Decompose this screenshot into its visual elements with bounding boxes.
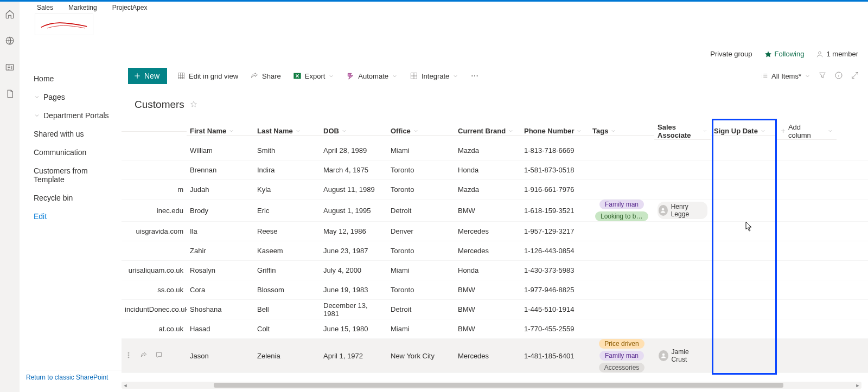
person-chip[interactable]: Henry Legge bbox=[658, 202, 707, 219]
nav-home[interactable]: Home bbox=[30, 69, 117, 88]
breadcrumb-item[interactable]: Marketing bbox=[68, 4, 97, 11]
row-comment-icon[interactable] bbox=[155, 351, 163, 361]
col-label: First Name bbox=[190, 127, 226, 135]
nav-communication[interactable]: Communication bbox=[30, 143, 117, 162]
cell-current-brand: Mercedes bbox=[455, 247, 521, 255]
cell-office: Miami bbox=[387, 325, 455, 333]
column-header-phone-number[interactable]: Phone Number bbox=[521, 127, 589, 136]
svg-point-7 bbox=[474, 75, 475, 76]
chevron-down-icon bbox=[508, 128, 514, 134]
column-header-sales-associate[interactable]: Sales Associate bbox=[654, 123, 711, 140]
cell-current-brand: Mercedes bbox=[455, 227, 521, 235]
cell-phone-number: 1-916-661-7976 bbox=[521, 185, 589, 194]
table-row[interactable]: JasonZeleniaApril 1, 1972New York CityMe… bbox=[122, 339, 868, 373]
chevron-down-icon bbox=[452, 73, 458, 79]
table-row[interactable]: inciduntDonec.co.ukShoshanaBellDecember … bbox=[122, 300, 868, 319]
avatar-icon bbox=[659, 350, 668, 361]
mouse-cursor bbox=[745, 221, 753, 232]
cell-phone-number: 1-581-873-0518 bbox=[521, 166, 589, 174]
table-row[interactable]: inec.eduBrodyEricAugust 1, 1995DetroitBM… bbox=[122, 200, 868, 222]
expand-button[interactable] bbox=[851, 71, 859, 81]
cell-last-name: Bell bbox=[254, 305, 320, 313]
nav-customers-from-template[interactable]: Customers from Template bbox=[30, 162, 117, 189]
automate-button[interactable]: Automate bbox=[344, 69, 400, 82]
filter-button[interactable] bbox=[818, 71, 827, 81]
share-icon bbox=[250, 72, 259, 80]
cell-phone-number: 1-957-129-3217 bbox=[521, 227, 589, 235]
cell-current-brand: BMW bbox=[455, 207, 521, 215]
return-classic-link[interactable]: Return to classic SharePoint bbox=[26, 370, 122, 381]
scroll-left-arrow[interactable]: ◄ bbox=[122, 382, 129, 389]
cell-first-name: Zahir bbox=[187, 247, 254, 255]
new-button[interactable]: New bbox=[128, 68, 167, 84]
more-commands-button[interactable] bbox=[468, 69, 481, 82]
info-button[interactable] bbox=[834, 71, 843, 81]
edit-in-grid-button[interactable]: Edit in grid view bbox=[175, 69, 240, 82]
table-row[interactable]: ZahirKaseemJune 23, 1987TorontoMercedes1… bbox=[122, 241, 868, 261]
cell-dob: December 13, 1981 bbox=[320, 301, 387, 318]
cell-current-brand: Honda bbox=[455, 166, 521, 174]
column-header-first-name[interactable]: First Name bbox=[187, 127, 254, 136]
integrate-button[interactable]: Integrate bbox=[407, 69, 461, 82]
row-share-icon[interactable] bbox=[140, 351, 148, 361]
column-header-tags[interactable]: Tags bbox=[589, 127, 654, 136]
nav-recycle-bin[interactable]: Recycle bin bbox=[30, 189, 117, 207]
site-logo[interactable] bbox=[35, 14, 93, 35]
file-icon[interactable] bbox=[5, 89, 15, 100]
export-button[interactable]: Export bbox=[291, 69, 337, 82]
cell-last-name: Reese bbox=[254, 227, 320, 235]
view-switcher[interactable]: All Items* bbox=[761, 72, 810, 80]
nav-shared-with-us[interactable]: Shared with us bbox=[30, 125, 117, 143]
following-label: Following bbox=[775, 50, 805, 58]
site-header: Sales Marketing ProjectApex bbox=[20, 2, 868, 40]
column-header-sign-up-date[interactable]: Sign Up Date bbox=[711, 127, 777, 136]
share-button[interactable]: Share bbox=[248, 69, 283, 82]
cell-tags: Family manLooking to buy s... bbox=[589, 200, 654, 221]
column-header-current-brand[interactable]: Current Brand bbox=[455, 127, 521, 136]
home-icon[interactable] bbox=[5, 9, 15, 21]
nav-department-portals[interactable]: Department Portals bbox=[30, 106, 117, 125]
nav-pages[interactable]: Pages bbox=[30, 88, 117, 106]
column-header-last-name[interactable]: Last Name bbox=[254, 127, 320, 136]
cell-dob: March 4, 1975 bbox=[320, 166, 387, 174]
col-label: Last Name bbox=[257, 127, 293, 135]
private-group-label: Private group bbox=[710, 50, 752, 58]
table-row[interactable]: at.co.ukHasadColtJune 15, 1980MiamiBMW1-… bbox=[122, 319, 868, 339]
cell-first-name: Jason bbox=[187, 352, 254, 360]
table-row[interactable]: mJudahKylaAugust 11, 1989TorontoMazda1-9… bbox=[122, 180, 868, 200]
cell-office: Toronto bbox=[387, 185, 455, 194]
export-label: Export bbox=[305, 72, 326, 80]
cell-phone-number: 1-770-455-2559 bbox=[521, 325, 589, 333]
svg-point-14 bbox=[662, 354, 665, 356]
cell-last-name: Colt bbox=[254, 325, 320, 333]
news-icon[interactable] bbox=[5, 62, 15, 74]
add-column-button[interactable]: Add column bbox=[777, 123, 837, 140]
globe-icon[interactable] bbox=[5, 36, 15, 47]
cell-last-name: Indira bbox=[254, 166, 320, 174]
automate-icon bbox=[346, 72, 355, 80]
cell-current-brand: Mazda bbox=[455, 185, 521, 194]
breadcrumb-item[interactable]: ProjectApex bbox=[112, 4, 148, 11]
person-chip[interactable]: Jamie Crust bbox=[658, 347, 707, 364]
breadcrumb-item[interactable]: Sales bbox=[37, 4, 53, 11]
horizontal-scrollbar[interactable]: ◄ ► bbox=[122, 382, 861, 389]
member-count[interactable]: 1 member bbox=[816, 50, 858, 58]
table-row[interactable]: urisaliquam.co.ukRosalynGriffinJuly 4, 2… bbox=[122, 261, 868, 280]
table-row[interactable]: WilliamSmithApril 28, 1989MiamiMazda1-81… bbox=[122, 141, 868, 160]
table-row[interactable]: uisgravida.comIlaReeseMay 12, 1986Denver… bbox=[122, 222, 868, 241]
column-header-office[interactable]: Office bbox=[387, 127, 455, 136]
scroll-thumb[interactable] bbox=[214, 383, 783, 388]
nav-edit[interactable]: Edit bbox=[30, 207, 117, 226]
tag-pill: Looking to buy s... bbox=[595, 211, 648, 221]
row-more-icon[interactable] bbox=[125, 351, 132, 361]
cell-office: Detroit bbox=[387, 305, 455, 313]
column-header-dob[interactable]: DOB bbox=[320, 127, 387, 136]
chevron-down-icon bbox=[827, 128, 833, 134]
favorite-star-icon[interactable] bbox=[190, 100, 197, 110]
following-button[interactable]: Following bbox=[764, 50, 805, 58]
scroll-right-arrow[interactable]: ► bbox=[854, 382, 861, 389]
table-row[interactable]: BrennanIndiraMarch 4, 1975TorontoHonda1-… bbox=[122, 160, 868, 180]
table-row[interactable]: ss.co.ukCoraBlossomJune 19, 1983TorontoB… bbox=[122, 280, 868, 300]
tag-pill: Family man bbox=[599, 200, 644, 209]
svg-point-2 bbox=[819, 52, 821, 54]
